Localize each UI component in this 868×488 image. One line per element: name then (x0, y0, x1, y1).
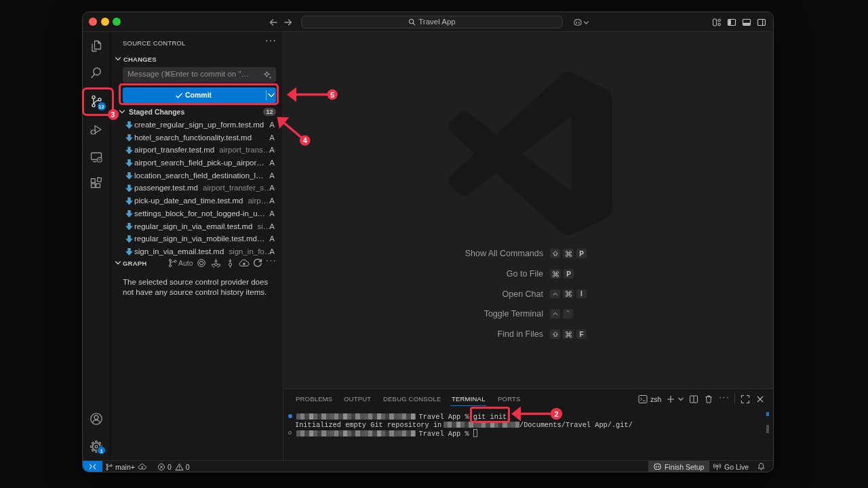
svg-text:2: 2 (554, 410, 558, 418)
svg-text:4: 4 (303, 136, 308, 144)
svg-text:5: 5 (330, 91, 334, 99)
